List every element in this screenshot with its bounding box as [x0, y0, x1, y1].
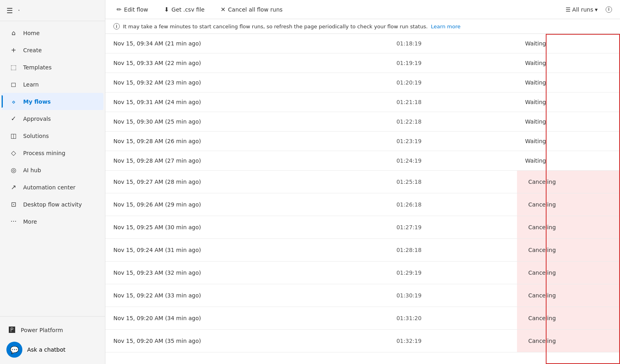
- sidebar-item-label-home: Home: [23, 30, 40, 36]
- automation-center-icon: ↗: [10, 183, 18, 191]
- run-status: Canceling: [517, 330, 620, 352]
- sidebar-item-create[interactable]: +Create: [2, 41, 103, 59]
- sidebar-item-label-templates: Templates: [23, 64, 52, 71]
- info-icon[interactable]: i: [606, 6, 612, 13]
- sidebar-item-templates[interactable]: ⬚Templates: [2, 59, 103, 76]
- run-duration: 01:30:19: [388, 284, 517, 307]
- hamburger-icon[interactable]: ☰: [6, 6, 13, 15]
- run-status: Waiting: [517, 73, 620, 92]
- all-runs-filter[interactable]: ☰ All runs ▾: [563, 5, 601, 14]
- run-duration: 01:31:20: [388, 307, 517, 330]
- run-status: Waiting: [517, 92, 620, 112]
- run-duration: 01:26:18: [388, 193, 517, 216]
- sidebar-item-ai-hub[interactable]: ◎AI hub: [2, 161, 103, 179]
- get-csv-button[interactable]: ⬇ Get .csv file: [161, 4, 208, 15]
- sidebar-item-learn[interactable]: ◻Learn: [2, 76, 103, 93]
- run-status: Canceling: [517, 262, 620, 284]
- chatbot-icon: 💬: [6, 342, 22, 358]
- approvals-icon: ✓: [10, 115, 18, 122]
- desktop-flow-activity-icon: ⊡: [10, 201, 18, 208]
- status-badge: Canceling: [525, 336, 559, 346]
- templates-icon: ⬚: [10, 63, 18, 71]
- run-duration: 01:27:19: [388, 216, 517, 239]
- run-date: Nov 15, 09:31 AM (24 min ago): [105, 92, 388, 112]
- sidebar-item-label-desktop-flow-activity: Desktop flow activity: [23, 201, 82, 208]
- status-badge: Canceling: [525, 245, 559, 255]
- table-row[interactable]: Nov 15, 09:23 AM (32 min ago)01:29:19Can…: [105, 262, 620, 284]
- power-platform-icon: 🅿: [8, 326, 16, 334]
- run-date: Nov 15, 09:33 AM (22 min ago): [105, 53, 388, 73]
- run-duration: 01:25:18: [388, 171, 517, 193]
- table-row[interactable]: Nov 15, 09:28 AM (27 min ago)01:24:19Wai…: [105, 151, 620, 171]
- chatbot-label: Ask a chatbot: [27, 346, 65, 353]
- run-duration: 01:28:18: [388, 239, 517, 262]
- process-mining-icon: ◇: [10, 149, 18, 157]
- sidebar-item-label-more: More: [23, 218, 37, 225]
- run-status: Canceling: [517, 307, 620, 330]
- sidebar-item-power-platform[interactable]: 🅿 Power Platform: [6, 323, 99, 337]
- table-row[interactable]: Nov 15, 09:34 AM (21 min ago)01:18:19Wai…: [105, 34, 620, 53]
- run-status: Canceling: [517, 239, 620, 262]
- sidebar-item-more[interactable]: ···More: [2, 213, 103, 230]
- edit-flow-button[interactable]: ✏️ Edit flow: [113, 4, 151, 15]
- table-row[interactable]: Nov 15, 09:33 AM (22 min ago)01:19:19Wai…: [105, 53, 620, 73]
- home-icon: ⌂: [10, 29, 18, 37]
- toolbar: ✏️ Edit flow ⬇ Get .csv file ✕ Cancel al…: [105, 0, 620, 19]
- run-status: Waiting: [517, 112, 620, 132]
- my-flows-icon: ⬦: [10, 98, 18, 105]
- run-date: Nov 15, 09:25 AM (30 min ago): [105, 216, 388, 239]
- run-duration: 01:19:19: [388, 53, 517, 73]
- sidebar-item-label-approvals: Approvals: [23, 116, 51, 122]
- table-row[interactable]: Nov 15, 09:31 AM (24 min ago)01:21:18Wai…: [105, 92, 620, 112]
- sidebar-item-process-mining[interactable]: ◇Process mining: [2, 144, 103, 161]
- run-status: Canceling: [517, 284, 620, 307]
- table-row[interactable]: Nov 15, 09:30 AM (25 min ago)01:22:18Wai…: [105, 112, 620, 132]
- cancel-runs-button[interactable]: ✕ Cancel all flow runs: [217, 4, 285, 15]
- sidebar-item-label-create: Create: [23, 47, 42, 53]
- sidebar-item-solutions[interactable]: ◫Solutions: [2, 127, 103, 144]
- sidebar-item-label-automation-center: Automation center: [23, 184, 75, 191]
- run-duration: 01:29:19: [388, 262, 517, 284]
- cancel-icon: ✕: [220, 6, 226, 13]
- table-row[interactable]: Nov 15, 09:22 AM (33 min ago)01:30:19Can…: [105, 284, 620, 307]
- sidebar-item-my-flows[interactable]: ⬦My flows: [2, 93, 103, 110]
- runs-table-container: Nov 15, 09:34 AM (21 min ago)01:18:19Wai…: [105, 34, 620, 364]
- status-badge: Waiting: [525, 156, 546, 165]
- learn-more-link[interactable]: Learn more: [431, 24, 460, 30]
- table-row[interactable]: Nov 15, 09:20 AM (34 min ago)01:31:20Can…: [105, 307, 620, 330]
- run-date: Nov 15, 09:22 AM (33 min ago): [105, 284, 388, 307]
- table-row[interactable]: Nov 15, 09:20 AM (35 min ago)01:32:19Can…: [105, 330, 620, 352]
- chatbot-button[interactable]: 💬 Ask a chatbot: [6, 342, 99, 358]
- sidebar-item-home[interactable]: ⌂Home: [2, 24, 103, 41]
- download-icon: ⬇: [164, 6, 169, 13]
- sidebar-item-automation-center[interactable]: ↗Automation center: [2, 179, 103, 196]
- table-row[interactable]: Nov 15, 09:24 AM (31 min ago)01:28:18Can…: [105, 239, 620, 262]
- status-badge: Waiting: [525, 97, 546, 107]
- table-row[interactable]: Nov 15, 09:25 AM (30 min ago)01:27:19Can…: [105, 216, 620, 239]
- status-badge: Canceling: [525, 177, 559, 187]
- power-platform-label: Power Platform: [21, 327, 63, 333]
- create-icon: +: [10, 46, 18, 54]
- status-badge: Canceling: [525, 313, 559, 323]
- status-badge: Waiting: [525, 39, 546, 48]
- table-row[interactable]: Nov 15, 09:27 AM (28 min ago)01:25:18Can…: [105, 171, 620, 193]
- info-banner: i It may take a few minutes to start can…: [105, 19, 620, 34]
- table-row[interactable]: Nov 15, 09:26 AM (29 min ago)01:26:18Can…: [105, 193, 620, 216]
- run-duration: 01:18:19: [388, 34, 517, 53]
- sidebar-nav: ⌂Home+Create⬚Templates◻Learn⬦My flows✓Ap…: [0, 21, 105, 316]
- run-date: Nov 15, 09:28 AM (26 min ago): [105, 132, 388, 151]
- table-row[interactable]: Nov 15, 09:28 AM (26 min ago)01:23:19Wai…: [105, 132, 620, 151]
- sidebar-item-approvals[interactable]: ✓Approvals: [2, 110, 103, 127]
- sidebar: ☰ · ⌂Home+Create⬚Templates◻Learn⬦My flow…: [0, 0, 105, 364]
- status-badge: Canceling: [525, 291, 559, 300]
- run-date: Nov 15, 09:28 AM (27 min ago): [105, 151, 388, 171]
- table-row[interactable]: Nov 15, 09:32 AM (23 min ago)01:20:19Wai…: [105, 73, 620, 92]
- sidebar-item-desktop-flow-activity[interactable]: ⊡Desktop flow activity: [2, 196, 103, 213]
- edit-flow-label: Edit flow: [124, 6, 148, 13]
- run-status: Waiting: [517, 53, 620, 73]
- run-date: Nov 15, 09:24 AM (31 min ago): [105, 239, 388, 262]
- runs-table: Nov 15, 09:34 AM (21 min ago)01:18:19Wai…: [105, 34, 620, 352]
- sidebar-header: ☰ ·: [0, 0, 105, 21]
- sidebar-item-label-learn: Learn: [23, 81, 39, 88]
- run-duration: 01:21:18: [388, 92, 517, 112]
